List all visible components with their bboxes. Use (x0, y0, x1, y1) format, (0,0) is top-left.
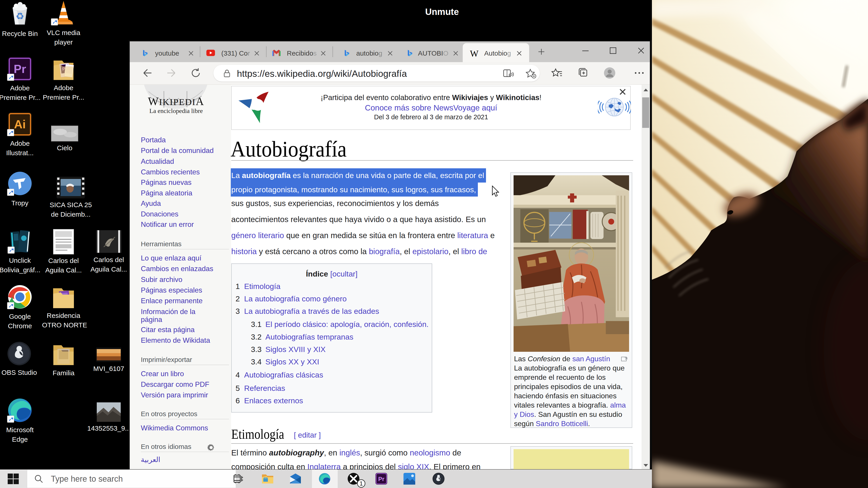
svg-text:♻: ♻ (16, 11, 24, 22)
svg-text:1: 1 (360, 480, 363, 487)
svg-text:Pr: Pr (14, 62, 26, 75)
svg-text:Pr: Pr (378, 476, 384, 482)
svg-text:Ai: Ai (14, 118, 26, 131)
